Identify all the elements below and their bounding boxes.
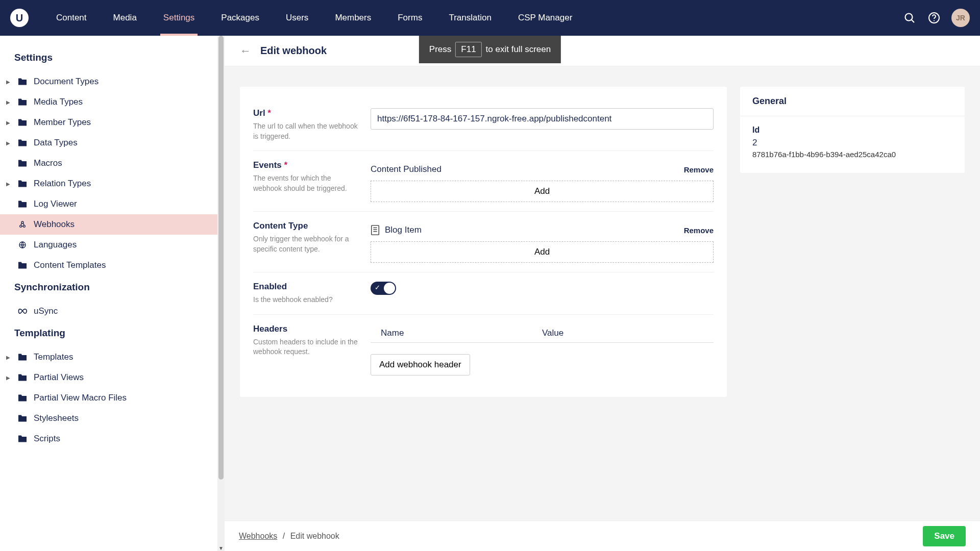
sidebar-item-usync[interactable]: ▶uSync xyxy=(0,301,217,321)
folder-icon xyxy=(17,98,28,106)
guid-value: 8781b76a-f1bb-4b96-b394-aed25ca42ca0 xyxy=(752,150,952,159)
sidebar-item-document-types[interactable]: ▶Document Types xyxy=(0,71,217,92)
infinity-icon xyxy=(17,307,28,315)
sidebar-item-languages[interactable]: ▶Languages xyxy=(0,235,217,255)
sidebar-item-label: Templates xyxy=(34,352,73,362)
sidebar-item-media-types[interactable]: ▶Media Types xyxy=(0,92,217,112)
nav-csp-manager[interactable]: CSP Manager xyxy=(505,0,585,36)
page-title: Edit webhook xyxy=(260,45,327,57)
caret-icon: ▶ xyxy=(6,181,11,187)
sidebar-item-stylesheets[interactable]: ▶Stylesheets xyxy=(0,408,217,429)
back-arrow-icon[interactable]: ← xyxy=(240,44,251,58)
folder-icon xyxy=(17,261,28,269)
nav-users[interactable]: Users xyxy=(273,0,322,36)
sidebar-item-label: Media Types xyxy=(34,97,83,107)
nav-members[interactable]: Members xyxy=(322,0,384,36)
nav-translation[interactable]: Translation xyxy=(435,0,504,36)
id-label: Id xyxy=(752,126,952,135)
sidebar-item-label: Partial View Macro Files xyxy=(34,393,127,403)
sidebar-item-label: Relation Types xyxy=(34,179,91,189)
sidebar-item-log-viewer[interactable]: ▶Log Viewer xyxy=(0,194,217,214)
webhook-icon xyxy=(17,220,28,229)
nav-settings[interactable]: Settings xyxy=(150,0,208,36)
sidebar-item-label: Partial Views xyxy=(34,372,84,383)
sidebar-item-webhooks[interactable]: ▶Webhooks xyxy=(0,214,217,235)
url-input[interactable] xyxy=(371,108,714,130)
sidebar-item-templates[interactable]: ▶Templates xyxy=(0,347,217,367)
section-templating: Templating xyxy=(0,321,217,347)
sidebar-item-data-types[interactable]: ▶Data Types xyxy=(0,133,217,153)
section-synchronization: Synchronization xyxy=(0,276,217,301)
sidebar-item-macros[interactable]: ▶Macros xyxy=(0,153,217,173)
general-title: General xyxy=(740,87,965,116)
add-header-button[interactable]: Add webhook header xyxy=(371,354,470,375)
sidebar-item-label: Webhooks xyxy=(34,219,75,230)
add-contenttype-button[interactable]: Add xyxy=(371,241,714,263)
contenttype-label: Content Type xyxy=(253,221,360,231)
avatar[interactable]: JR xyxy=(951,9,970,27)
events-desc: The events for which the webhook should … xyxy=(253,173,360,193)
sidebar-item-label: Data Types xyxy=(34,138,78,148)
scrollbar-down-icon[interactable]: ▼ xyxy=(217,545,225,551)
nav-packages[interactable]: Packages xyxy=(208,0,273,36)
folder-icon xyxy=(17,414,28,422)
sidebar-item-member-types[interactable]: ▶Member Types xyxy=(0,112,217,133)
folder-icon xyxy=(17,159,28,167)
general-panel: General Id 2 8781b76a-f1bb-4b96-b394-aed… xyxy=(740,87,965,173)
caret-icon: ▶ xyxy=(6,99,11,105)
svg-point-3 xyxy=(934,20,935,21)
scrollbar-thumb[interactable] xyxy=(218,36,224,480)
sidebar-item-content-templates[interactable]: ▶Content Templates xyxy=(0,255,217,276)
breadcrumb: Webhooks / Edit webhook xyxy=(239,532,339,541)
breadcrumb-current: Edit webhook xyxy=(290,532,339,540)
sidebar-item-label: Content Templates xyxy=(34,260,106,270)
document-icon xyxy=(371,225,380,235)
headers-desc: Custom headers to include in the webhook… xyxy=(253,337,360,357)
globe-icon xyxy=(17,241,28,249)
f11-key: F11 xyxy=(455,42,481,57)
fullscreen-toast: Press F11 to exit full screen xyxy=(419,36,561,63)
headers-label: Headers xyxy=(253,324,360,334)
save-button[interactable]: Save xyxy=(923,526,966,546)
folder-icon xyxy=(17,139,28,147)
add-event-button[interactable]: Add xyxy=(371,181,714,202)
contenttype-desc: Only trigger the webhook for a specific … xyxy=(253,234,360,254)
remove-contenttype-button[interactable]: Remove xyxy=(684,226,714,235)
sidebar-item-partial-view-macro-files[interactable]: ▶Partial View Macro Files xyxy=(0,388,217,408)
folder-icon xyxy=(17,394,28,402)
help-icon[interactable] xyxy=(927,11,941,25)
caret-icon: ▶ xyxy=(6,140,11,146)
sidebar-item-relation-types[interactable]: ▶Relation Types xyxy=(0,173,217,194)
folder-icon xyxy=(17,373,28,382)
sidebar-item-label: Macros xyxy=(34,158,62,168)
breadcrumb-parent[interactable]: Webhooks xyxy=(239,532,277,540)
sidebar: Settings▶Document Types▶Media Types▶Memb… xyxy=(0,36,217,551)
folder-icon xyxy=(17,353,28,361)
folder-icon xyxy=(17,180,28,188)
events-label: Events * xyxy=(253,160,360,170)
nav-items: ContentMediaSettingsPackagesUsersMembers… xyxy=(43,0,585,36)
nav-content[interactable]: Content xyxy=(43,0,100,36)
content-header: ← Edit webhook xyxy=(225,36,980,66)
sidebar-scrollbar[interactable]: ▼ xyxy=(217,36,225,551)
remove-event-button[interactable]: Remove xyxy=(684,165,714,174)
folder-icon xyxy=(17,200,28,208)
search-icon[interactable] xyxy=(902,11,917,25)
enabled-label: Enabled xyxy=(253,282,360,292)
logo[interactable]: U xyxy=(10,9,29,27)
caret-icon: ▶ xyxy=(6,355,11,360)
headers-col-name: Name xyxy=(381,328,542,338)
caret-icon: ▶ xyxy=(6,375,11,381)
section-settings: Settings xyxy=(0,46,217,71)
nav-media[interactable]: Media xyxy=(100,0,150,36)
top-nav: U ContentMediaSettingsPackagesUsersMembe… xyxy=(0,0,980,36)
nav-forms[interactable]: Forms xyxy=(384,0,435,36)
enabled-toggle[interactable]: ✓ xyxy=(371,282,396,295)
folder-icon xyxy=(17,78,28,86)
sidebar-item-label: Member Types xyxy=(34,117,91,128)
sidebar-item-partial-views[interactable]: ▶Partial Views xyxy=(0,367,217,388)
sidebar-item-label: Document Types xyxy=(34,77,99,87)
folder-icon xyxy=(17,435,28,443)
caret-icon: ▶ xyxy=(6,79,11,85)
sidebar-item-scripts[interactable]: ▶Scripts xyxy=(0,429,217,449)
